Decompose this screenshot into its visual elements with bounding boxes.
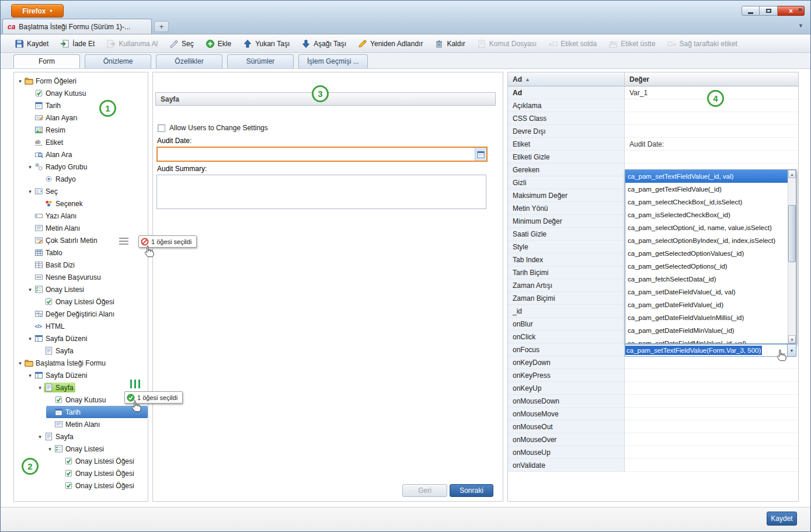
maximize-button[interactable] bbox=[760, 6, 778, 16]
tree-item-etiket[interactable]: abEtiket bbox=[26, 136, 148, 148]
dropdown-option[interactable]: ca_pam_isSelectedCheckBox(_id) bbox=[625, 208, 788, 221]
expand-arrow-icon[interactable]: ▾ bbox=[26, 189, 34, 194]
next-button[interactable]: Sonraki bbox=[450, 484, 493, 497]
tree-item-form-eleri[interactable]: ▾Form Öğeleri bbox=[16, 75, 148, 87]
property-row-devre-d[interactable]: Devre Dışı bbox=[508, 125, 798, 138]
property-value[interactable] bbox=[625, 408, 798, 420]
toolbar-button-remove[interactable]: Kaldır bbox=[434, 39, 465, 48]
tab-islem-gecmisi[interactable]: İşlem Geçmişi ... bbox=[298, 54, 368, 68]
tree-item-tablo[interactable]: Tablo bbox=[26, 246, 148, 259]
audit-summary-textarea[interactable] bbox=[156, 175, 486, 209]
tree-item-se[interactable]: ▾Seç bbox=[26, 185, 148, 197]
expand-arrow-icon[interactable]: ▾ bbox=[46, 446, 54, 452]
property-value[interactable] bbox=[625, 420, 798, 433]
tree-item-yaz-alan[interactable]: Yazı Alanı bbox=[26, 210, 148, 222]
tree-item-onay-listesi-esi[interactable]: Onay Listesi Öğesi bbox=[56, 467, 148, 479]
dropdown-option[interactable]: ca_pam_selectCheckBox(_id,isSelect) bbox=[625, 196, 788, 208]
dropdown-option[interactable]: ca_pam_getSelectedOptionValues(_id) bbox=[625, 247, 788, 260]
tree-item-onay-listesi-esi[interactable]: Onay Listesi Öğesi bbox=[56, 479, 148, 492]
property-row-css-class[interactable]: CSS Class bbox=[508, 112, 798, 125]
firefox-menu-button[interactable]: Firefox ▾ bbox=[11, 4, 64, 18]
column-header-value[interactable]: Değer bbox=[625, 72, 798, 86]
tab-onizleme[interactable]: Önizleme bbox=[85, 54, 151, 68]
minimize-button[interactable] bbox=[742, 6, 760, 16]
tree-item-metin-alan[interactable]: Metin Alanı bbox=[46, 418, 148, 430]
dropdown-option[interactable]: ca_pam_getDateFieldValue(_id) bbox=[625, 298, 788, 311]
expand-arrow-icon[interactable]: ▾ bbox=[36, 385, 44, 391]
scrollbar-thumb[interactable] bbox=[788, 205, 796, 262]
property-row-onmouseup[interactable]: onMouseUp bbox=[508, 446, 798, 459]
scroll-up-icon[interactable]: ▲ bbox=[788, 170, 796, 178]
tree-item-metin-alan[interactable]: Metin Alanı bbox=[26, 222, 148, 234]
tree-item-sayfa[interactable]: ▾Sayfa bbox=[36, 430, 148, 443]
tree-item-de-er-de-i-tirici-alan[interactable]: 12Değer Değiştirici Alanı bbox=[26, 308, 148, 320]
calendar-trigger-icon[interactable] bbox=[475, 148, 486, 161]
property-row-onmouseout[interactable]: onMouseOut bbox=[508, 420, 798, 433]
property-value[interactable] bbox=[625, 125, 798, 138]
tree-item-radyo[interactable]: Radyo bbox=[36, 173, 148, 185]
tree-item-se-enek[interactable]: Seçenek bbox=[36, 197, 148, 210]
expand-arrow-icon[interactable]: ▾ bbox=[36, 434, 44, 440]
toolbar-button-save[interactable]: Kaydet bbox=[15, 39, 48, 48]
dropdown-option[interactable]: ca_pam_selectOptionByIndex(_id, index,is… bbox=[625, 234, 788, 247]
tree-item-sayfa[interactable]: Sayfa bbox=[36, 345, 148, 357]
toolbar-button-select[interactable]: Seç bbox=[169, 39, 194, 48]
property-row-onmouseover[interactable]: onMouseOver bbox=[508, 433, 798, 446]
expand-arrow-icon[interactable]: ▾ bbox=[16, 78, 24, 84]
property-row-etiket[interactable]: EtiketAudit Date: bbox=[508, 138, 798, 151]
toolbar-overflow-button[interactable]: » bbox=[798, 5, 802, 13]
tree-item-onay-listesi[interactable]: ▾Onay Listesi bbox=[46, 443, 148, 455]
browser-tab[interactable]: ca Başlatma İsteği Formu (Sürüm 1)-... bbox=[2, 19, 152, 34]
dropdown-option[interactable]: ca_pam_getDateFieldMinValue(_id) bbox=[625, 324, 788, 337]
property-value[interactable] bbox=[625, 459, 798, 472]
editor-dropdown-trigger[interactable]: ▼ bbox=[787, 345, 796, 356]
dropdown-scrollbar[interactable]: ▲ ▼ bbox=[788, 170, 796, 343]
tree-item-alan-ara[interactable]: Alan Ara bbox=[26, 148, 148, 161]
tree-item-ba-latma-i-ste-i-formu[interactable]: ▾Başlatma İsteği Formu bbox=[16, 357, 148, 369]
dropdown-option[interactable]: ca_pam_setTextFieldValue(_id, val) bbox=[625, 170, 788, 183]
toolbar-button-move-down[interactable]: Aşağı Taşı bbox=[301, 39, 346, 48]
property-value[interactable] bbox=[625, 433, 798, 446]
property-value[interactable] bbox=[625, 382, 798, 395]
expand-arrow-icon[interactable]: ▾ bbox=[16, 360, 24, 366]
audit-date-input[interactable] bbox=[158, 148, 475, 161]
tab-surumler[interactable]: Sürümler bbox=[227, 54, 294, 68]
list-all-tabs-icon[interactable]: ▼ bbox=[798, 23, 803, 29]
property-value[interactable] bbox=[625, 369, 798, 382]
tree-item-ok-sat-rl-metin[interactable]: Çok Satırlı Metin bbox=[26, 234, 148, 246]
tree-item-basit-dizi[interactable]: Basit Dizi bbox=[26, 259, 148, 271]
expand-arrow-icon[interactable]: ▾ bbox=[26, 287, 34, 293]
toolbar-button-check-in[interactable]: İade Et bbox=[60, 39, 95, 48]
tree-item-onay-listesi[interactable]: ▾Onay Listesi bbox=[26, 283, 148, 295]
tree-item-radyo-grubu[interactable]: ▾Radyo Grubu bbox=[26, 161, 148, 173]
dropdown-option[interactable]: ca_pam_setDateFieldValue(_id, val) bbox=[625, 286, 788, 298]
tree-item-onay-listesi-esi[interactable]: Onay Listesi Öğesi bbox=[36, 295, 148, 308]
save-button[interactable]: Kaydet bbox=[767, 512, 797, 526]
property-value[interactable] bbox=[625, 356, 798, 369]
tree-item-onay-kutusu[interactable]: Onay Kutusu bbox=[26, 87, 148, 99]
scroll-down-icon[interactable]: ▼ bbox=[788, 335, 796, 343]
tree-item-tarih[interactable]: Tarih bbox=[26, 99, 148, 112]
onfocus-value-editor[interactable]: ca_pam_setTextFieldValue(Form.Var_3, 500… bbox=[625, 344, 796, 357]
property-value[interactable]: Audit Date: bbox=[625, 138, 798, 151]
dropdown-option[interactable]: ca_pam_getDateFieldValueInMillis(_id) bbox=[625, 311, 788, 324]
property-value[interactable] bbox=[625, 446, 798, 459]
toolbar-button-rename[interactable]: Yeniden Adlandır bbox=[358, 39, 423, 48]
property-row-onvalidate[interactable]: onValidate bbox=[508, 459, 798, 472]
allow-users-checkbox[interactable] bbox=[158, 124, 165, 132]
property-row-onkeypress[interactable]: onKeyPress bbox=[508, 369, 798, 382]
property-row-onmousemove[interactable]: onMouseMove bbox=[508, 408, 798, 420]
tree-item-html[interactable]: </>HTML bbox=[26, 320, 148, 332]
tree-item-sayfa-d-zeni[interactable]: ▾Sayfa Düzeni bbox=[26, 332, 148, 345]
column-header-name[interactable]: Ad ▲ bbox=[508, 72, 625, 86]
dropdown-option[interactable]: ca_pam_selectOption(_id, name, value,isS… bbox=[625, 221, 788, 234]
tree-item-alan-ayar[interactable]: Alan Ayarı bbox=[26, 112, 148, 124]
tree-item-onay-listesi-esi[interactable]: Onay Listesi Öğesi bbox=[56, 455, 148, 467]
tree-item-sayfa-d-zeni[interactable]: ▾Sayfa Düzeni bbox=[26, 369, 148, 381]
dropdown-option[interactable]: ca_pam_getSelectedOptions(_id) bbox=[625, 260, 788, 273]
tab-ozellikler[interactable]: Özellikler bbox=[156, 54, 222, 68]
tab-form[interactable]: Form bbox=[13, 54, 80, 68]
property-value[interactable] bbox=[625, 151, 798, 164]
expand-arrow-icon[interactable]: ▾ bbox=[26, 336, 34, 342]
property-row-onkeyup[interactable]: onKeyUp bbox=[508, 382, 798, 395]
